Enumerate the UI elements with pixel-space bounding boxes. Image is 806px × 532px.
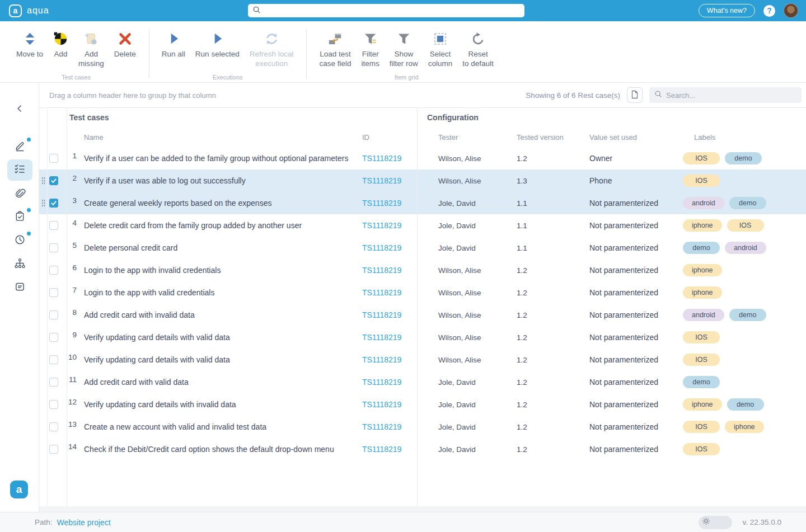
help-icon[interactable]: ? <box>763 5 775 17</box>
sidebar-item-pencil[interactable] <box>7 136 32 157</box>
label-pill-ios: IOS <box>683 443 720 455</box>
row-checkbox[interactable] <box>49 422 58 431</box>
table-row[interactable]: 10Verify updating card details with vali… <box>39 349 806 371</box>
user-avatar[interactable] <box>784 3 798 18</box>
sidebar-item-paperclip[interactable] <box>7 183 32 204</box>
labels-cell: iphone <box>674 264 806 276</box>
delete-button[interactable]: Delete <box>109 21 141 59</box>
group-header-test-cases[interactable]: Test cases <box>67 113 417 122</box>
drag-handle[interactable] <box>39 192 47 214</box>
row-checkbox[interactable] <box>49 310 58 319</box>
group-by-drop-zone[interactable]: Drag a column header here to group by th… <box>49 91 519 100</box>
add-button[interactable]: Add <box>48 21 73 59</box>
row-checkbox[interactable] <box>49 288 58 297</box>
test-case-id-link[interactable]: TS1118219 <box>362 266 401 275</box>
tested-version-cell: 1.2 <box>504 154 582 163</box>
label-pill-android: android <box>683 197 724 209</box>
left-sidebar: a <box>0 83 39 512</box>
labels-cell: demo <box>674 376 806 388</box>
test-case-id-link[interactable]: TS1118219 <box>362 221 401 230</box>
run-selected-button[interactable]: Run selected <box>190 21 245 59</box>
ribbon-button-label: Select column <box>428 50 453 69</box>
move-to-button[interactable]: Move to <box>11 21 48 59</box>
row-checkbox[interactable] <box>49 445 58 454</box>
test-case-id-link[interactable]: TS1118219 <box>362 422 401 431</box>
table-row[interactable]: 4Delete credit card from the family grou… <box>39 214 806 237</box>
row-checkbox[interactable] <box>49 221 58 230</box>
row-checkbox[interactable] <box>49 243 58 252</box>
global-search-input[interactable] <box>264 7 524 15</box>
test-case-id-link[interactable]: TS1118219 <box>362 355 401 364</box>
test-case-id-link[interactable]: TS1118219 <box>362 445 401 454</box>
settings-toggle[interactable] <box>699 516 732 529</box>
test-case-id-link[interactable]: TS1118219 <box>362 378 401 387</box>
table-row[interactable]: 14Check if the Debit/Credit card option … <box>39 438 806 460</box>
sidebar-item-checklist[interactable] <box>7 159 32 181</box>
row-checkbox[interactable] <box>49 176 58 185</box>
test-case-name: Verify updating card details with invali… <box>84 400 353 409</box>
filter-icon <box>396 30 411 47</box>
whats-new-button[interactable]: What's new? <box>699 4 755 17</box>
test-case-id-link[interactable]: TS1118219 <box>362 154 401 163</box>
test-case-id-link[interactable]: TS1118219 <box>362 243 401 252</box>
sidebar-item-clock[interactable] <box>7 230 32 251</box>
sidebar-item-clipboard-check[interactable] <box>7 206 32 228</box>
column-header-labels[interactable]: Labels <box>674 133 806 142</box>
row-checkbox[interactable] <box>49 333 58 342</box>
load-test-case-field-button[interactable]: Load test case field <box>314 21 356 69</box>
test-case-id-link[interactable]: TS1118219 <box>362 176 401 185</box>
column-header-value-set-used[interactable]: Value set used <box>582 133 674 142</box>
test-case-id-link[interactable]: TS1118219 <box>362 199 401 208</box>
row-checkbox[interactable] <box>49 378 58 387</box>
test-case-id-link[interactable]: TS1118219 <box>362 400 401 409</box>
test-case-id-link[interactable]: TS1118219 <box>362 310 401 319</box>
table-row[interactable]: 11Add credit card with valid dataTS11182… <box>39 371 806 393</box>
table-row[interactable]: 8Add credit card with invalid dataTS1118… <box>39 304 806 326</box>
table-row[interactable]: 1Verify if a user can be added to the fa… <box>39 147 806 170</box>
table-row[interactable]: 2Verify if a user was able to log out su… <box>39 170 806 192</box>
value-set-cell: Not paramenterized <box>582 378 674 387</box>
drag-handle[interactable] <box>39 170 47 192</box>
table-row[interactable]: 7Login to the app with valid credentials… <box>39 281 806 304</box>
select-column-button[interactable]: Select column <box>423 21 458 69</box>
table-row[interactable]: 12Verify updating card details with inva… <box>39 393 806 416</box>
column-header-tested-version[interactable]: Tested version <box>504 133 582 142</box>
row-checkbox[interactable] <box>49 154 58 163</box>
row-checkbox[interactable] <box>49 355 58 364</box>
column-header-name[interactable]: Name <box>84 133 353 142</box>
grid-search-input[interactable] <box>666 91 802 100</box>
labels-cell: androiddemo <box>674 309 806 321</box>
row-checkbox[interactable] <box>49 266 58 275</box>
document-button[interactable] <box>627 87 643 103</box>
table-row[interactable]: 13Create a new account with valid and in… <box>39 416 806 438</box>
sidebar-item-hierarchy[interactable] <box>7 253 32 275</box>
notification-dot <box>27 138 31 142</box>
test-case-name: Delete personal credit card <box>84 243 353 252</box>
sidebar-collapse-button[interactable] <box>0 103 39 116</box>
path-project-link[interactable]: Website project <box>57 518 111 527</box>
global-search <box>248 4 524 17</box>
select-column-icon <box>433 30 448 47</box>
test-case-id-link[interactable]: TS1118219 <box>362 288 401 297</box>
reset-to-default-button[interactable]: Reset to default <box>457 21 499 69</box>
paperclip-icon <box>14 187 26 201</box>
filter-items-button[interactable]: Filter items <box>357 21 385 69</box>
column-header-tester[interactable]: Tester <box>417 133 504 142</box>
column-header-id[interactable]: ID <box>353 133 417 142</box>
sidebar-item-note[interactable] <box>7 277 32 298</box>
test-case-id-link[interactable]: TS1118219 <box>362 333 401 342</box>
table-row[interactable]: 5Delete personal credit cardTS1118219Jol… <box>39 237 806 259</box>
add-missing-button[interactable]: Add missing <box>73 21 109 69</box>
table-row[interactable]: 6Login to the app with invalid credentia… <box>39 259 806 281</box>
table-row[interactable]: 3Create general weekly reports based on … <box>39 192 806 214</box>
group-header-configuration[interactable]: Configuration <box>417 113 806 122</box>
tested-version-cell: 1.2 <box>504 401 582 409</box>
row-checkbox[interactable] <box>49 199 58 208</box>
search-icon <box>654 90 662 100</box>
showing-count-text: Showing 6 of 6 Rest case(s) <box>526 91 620 100</box>
show-filter-row-button[interactable]: Show filter row <box>385 21 423 69</box>
content-area: Drag a column header here to group by th… <box>39 83 806 512</box>
run-all-button[interactable]: Run all <box>157 21 190 59</box>
table-row[interactable]: 9Verify updating card details with valid… <box>39 326 806 349</box>
row-checkbox[interactable] <box>49 400 58 409</box>
